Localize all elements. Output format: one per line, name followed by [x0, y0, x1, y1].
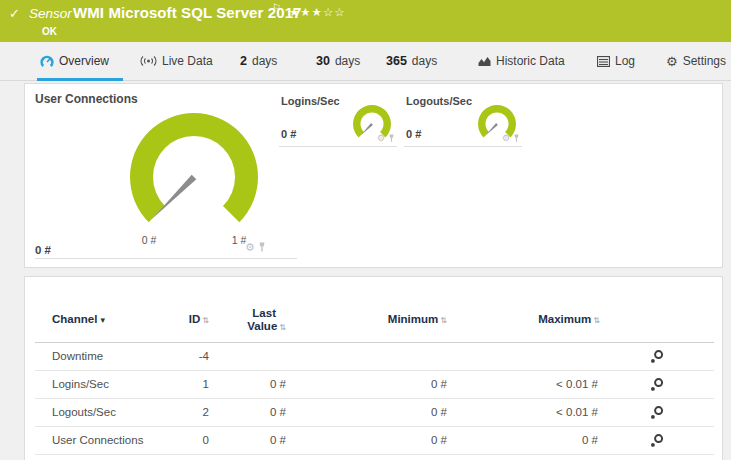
- channel-name: Logouts/Sec: [52, 406, 116, 418]
- logins-actions: ⚙: [377, 134, 395, 143]
- tab-log[interactable]: Log: [597, 42, 635, 80]
- pin-icon[interactable]: [513, 134, 520, 143]
- channel-minimum: 0 #: [367, 378, 447, 390]
- tab-live-data[interactable]: Live Data: [140, 42, 213, 80]
- table-row-downtime: Downtime -4: [35, 343, 714, 371]
- divider: [35, 258, 297, 259]
- header-maximum[interactable]: Maximum⇅: [508, 313, 600, 325]
- broadcast-icon: [140, 55, 157, 67]
- table-row-logouts: Logouts/Sec 2 0 # 0 # < 0.01 #: [35, 399, 714, 427]
- tab-log-label: Log: [615, 54, 635, 68]
- settings-gear-icon: ⚙: [666, 54, 678, 69]
- tab-365-days-unit: days: [412, 54, 437, 68]
- channel-id: 1: [155, 378, 209, 390]
- gauge-gear-icon[interactable]: ⚙: [377, 134, 385, 143]
- tab-settings-label: Settings: [683, 54, 726, 68]
- channel-name: User Connections: [52, 434, 143, 446]
- table-row-logins: Logins/Sec 1 0 # 0 # < 0.01 #: [35, 371, 714, 399]
- header-channel-label: Channel: [52, 313, 97, 325]
- stars-filled[interactable]: ★★★: [289, 6, 323, 18]
- tab-settings[interactable]: ⚙ Settings: [666, 42, 726, 80]
- edit-channel-gears-icon[interactable]: [649, 405, 665, 421]
- header-last-label: Last: [226, 307, 286, 320]
- channel-id: 0: [155, 434, 209, 446]
- tab-overview[interactable]: Overview: [40, 42, 109, 80]
- stars-empty[interactable]: ☆☆: [323, 6, 346, 18]
- table-row-user-connections: User Connections 0 0 # 0 # 0 #: [35, 427, 714, 455]
- channel-name: Downtime: [52, 350, 103, 362]
- mini-gauge-logouts: Logouts/Sec 0 # ⚙: [404, 90, 522, 147]
- flag-icon[interactable]: ⚐: [272, 2, 281, 13]
- priority-stars[interactable]: ★★★☆☆: [289, 5, 346, 19]
- channel-name: Logins/Sec: [52, 378, 109, 390]
- logouts-actions: ⚙: [502, 134, 520, 143]
- main-gauge-title: User Connections: [35, 92, 138, 106]
- table-header-row: Channel▾ ID⇅ Last Value⇅ Minimum⇅ Maximu…: [35, 277, 714, 342]
- header-id[interactable]: ID⇅: [155, 313, 209, 325]
- channel-id: -4: [155, 350, 209, 362]
- tab-bar: Overview Live Data 2 days 30 days 365 da…: [0, 42, 731, 81]
- user-connections-gauge: [126, 105, 262, 227]
- channel-last-value: 0 #: [226, 406, 286, 418]
- sort-icon: ⇅: [202, 316, 209, 325]
- edit-channel-gears-icon[interactable]: [649, 377, 665, 393]
- mini-gauge-logins: Logins/Sec 0 # ⚙: [279, 90, 397, 147]
- channel-maximum: 0 #: [508, 434, 598, 446]
- header-minimum[interactable]: Minimum⇅: [367, 313, 447, 325]
- logouts-title: Logouts/Sec: [406, 95, 472, 107]
- edit-channel-gears-icon[interactable]: [649, 433, 665, 449]
- pin-icon[interactable]: [388, 134, 395, 143]
- channel-last-value: 0 #: [226, 378, 286, 390]
- tab-365-days-number: 365: [386, 54, 407, 68]
- sensor-title: WMI Microsoft SQL Server 2017: [73, 4, 302, 21]
- logins-title: Logins/Sec: [281, 95, 340, 107]
- sort-icon: ⇅: [279, 323, 286, 332]
- sensor-status-banner: ✓ Sensor WMI Microsoft SQL Server 2017 ⚐…: [0, 0, 731, 42]
- sort-icon: ⇅: [593, 316, 600, 325]
- channel-last-value: 0 #: [226, 434, 286, 446]
- edit-channel-gears-icon[interactable]: [649, 349, 665, 365]
- gauge-icon: [40, 55, 54, 68]
- sensor-kind-label: Sensor: [29, 6, 72, 21]
- sort-icon: ⇅: [440, 316, 447, 325]
- main-gauge-actions: ⚙: [245, 242, 266, 253]
- header-id-label: ID: [189, 313, 201, 325]
- tab-30-days-number: 30: [316, 54, 330, 68]
- gauge-gear-icon[interactable]: ⚙: [502, 134, 510, 143]
- tab-live-data-label: Live Data: [162, 54, 213, 68]
- tab-30-days[interactable]: 30 days: [316, 42, 360, 80]
- main-gauge-min-label: 0 #: [125, 234, 173, 246]
- gauges-panel: User Connections 0 # 1 # 0 # ⚙ Logins/Se…: [24, 83, 723, 268]
- tab-overview-label: Overview: [59, 54, 109, 68]
- channel-minimum: 0 #: [367, 406, 447, 418]
- channel-maximum: < 0.01 #: [508, 406, 598, 418]
- logouts-value: 0 #: [406, 128, 421, 140]
- tab-historic-data-label: Historic Data: [496, 54, 565, 68]
- tab-2-days[interactable]: 2 days: [240, 42, 277, 80]
- sensor-status-text: OK: [42, 26, 57, 37]
- tab-30-days-unit: days: [335, 54, 360, 68]
- main-gauge-value: 0 #: [35, 244, 51, 256]
- tab-2-days-unit: days: [252, 54, 277, 68]
- gauge-gear-icon[interactable]: ⚙: [245, 242, 255, 253]
- tab-2-days-number: 2: [240, 54, 247, 68]
- tab-historic-data[interactable]: Historic Data: [478, 42, 565, 80]
- header-maximum-label: Maximum: [538, 313, 591, 325]
- header-minimum-label: Minimum: [388, 313, 438, 325]
- header-last-value[interactable]: Last Value⇅: [226, 307, 286, 334]
- tab-365-days[interactable]: 365 days: [386, 42, 437, 80]
- log-list-icon: [597, 56, 610, 67]
- sort-down-icon: ▾: [100, 315, 105, 325]
- header-channel[interactable]: Channel▾: [52, 313, 105, 325]
- channel-maximum: < 0.01 #: [508, 378, 598, 390]
- pin-icon[interactable]: [258, 242, 266, 253]
- channel-minimum: 0 #: [367, 434, 447, 446]
- logins-value: 0 #: [281, 128, 296, 140]
- status-check-icon: ✓: [9, 6, 20, 21]
- chart-icon: [478, 56, 491, 67]
- channels-panel: Channel▾ ID⇅ Last Value⇅ Minimum⇅ Maximu…: [24, 276, 723, 460]
- channel-id: 2: [155, 406, 209, 418]
- header-value-label: Value: [247, 320, 277, 332]
